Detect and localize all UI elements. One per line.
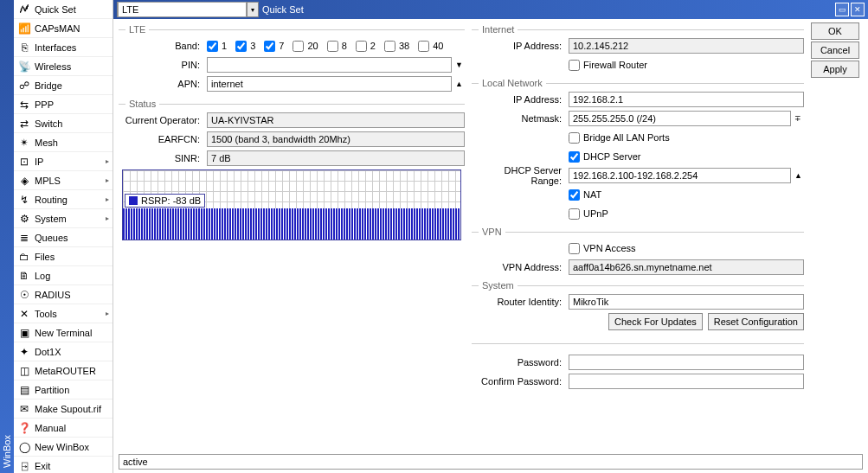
band-checkbox-40[interactable]: 40 (418, 41, 443, 52)
band-checkbox-1[interactable]: 1 (207, 41, 227, 52)
sidebar-item-tools[interactable]: ✕Tools▸ (14, 304, 113, 323)
pin-input[interactable] (207, 57, 452, 73)
range-label: DHCP Server Range: (472, 165, 567, 186)
vpn-access-checkbox[interactable]: VPN Access (569, 243, 636, 254)
sidebar-item-radius[interactable]: ☉RADIUS (14, 285, 113, 304)
nat-checkbox[interactable]: NAT (569, 189, 601, 201)
submenu-arrow-icon: ▸ (106, 310, 109, 317)
netmask-dropdown-icon[interactable]: ∓ (793, 114, 804, 123)
password-label: Password: (472, 357, 567, 368)
netmask-label: Netmask: (472, 113, 567, 124)
lan-ip-input[interactable] (569, 92, 804, 107)
band-checkbox-7[interactable]: 7 (264, 41, 284, 52)
band-checkbox-20[interactable]: 20 (293, 41, 318, 52)
sidebar-item-metarouter[interactable]: ◫MetaROUTER (14, 361, 113, 380)
menu-icon: ✉ (17, 402, 31, 416)
mode-dropdown-button[interactable]: ▾ (247, 3, 258, 16)
identity-input[interactable] (569, 294, 804, 310)
menu-icon: 📡 (17, 60, 31, 74)
check-updates-button[interactable]: Check For Updates (608, 313, 703, 330)
operator-label: Current Operator: (119, 115, 205, 125)
menu-icon: ▣ (17, 326, 31, 340)
firewall-checkbox[interactable]: Firewall Router (569, 60, 647, 71)
band-checkbox-38[interactable]: 38 (384, 41, 409, 52)
upnp-checkbox[interactable]: UPnP (569, 208, 608, 220)
sidebar-item-exit[interactable]: ⍈Exit (14, 457, 113, 473)
main-panel: ▾ Quick Set ▭ ✕ LTE Band: 13720823840 (113, 0, 868, 473)
netmask-input[interactable] (569, 111, 791, 126)
menu-icon: ❓ (17, 421, 31, 435)
vpn-addr-value: aaff0a14b626.sn.mynetname.net (569, 259, 804, 275)
menu-icon: ⇄ (17, 117, 31, 131)
ok-button[interactable]: OK (811, 22, 859, 40)
menu-icon: 🗲 (17, 3, 31, 16)
band-checkbox-8[interactable]: 8 (327, 41, 347, 52)
sidebar-item-label: Interfaces (35, 42, 109, 53)
menu-icon: ◈ (17, 174, 31, 188)
apply-button[interactable]: Apply (811, 61, 859, 78)
sidebar-item-label: Log (35, 271, 109, 281)
sidebar-item-partition[interactable]: ▤Partition (14, 380, 113, 399)
status-bar: active (119, 454, 863, 470)
sidebar-item-manual[interactable]: ❓Manual (14, 419, 113, 438)
sidebar-item-mpls[interactable]: ◈MPLS▸ (14, 171, 113, 190)
vpn-addr-label: VPN Address: (472, 262, 567, 272)
sidebar-item-bridge[interactable]: ☍Bridge (14, 76, 113, 95)
identity-label: Router Identity: (472, 297, 567, 307)
sidebar-item-label: Quick Set (35, 4, 109, 15)
submenu-arrow-icon: ▸ (106, 157, 109, 165)
sidebar-item-quick-set[interactable]: 🗲Quick Set (14, 0, 113, 19)
menu-icon: ◯ (17, 440, 31, 454)
sidebar-item-queues[interactable]: ≣Queues (14, 228, 113, 247)
window-title: Quick Set (262, 4, 304, 15)
sidebar-item-files[interactable]: 🗀Files (14, 247, 113, 266)
menu-icon: ✴ (17, 136, 31, 150)
sidebar-item-label: Manual (35, 423, 109, 433)
sidebar-item-label: New Terminal (35, 328, 109, 338)
menu-icon: ✕ (17, 307, 31, 321)
sidebar-item-routing[interactable]: ↯Routing▸ (14, 190, 113, 209)
group-internet: Internet IP Address: 10.2.145.212 Firewa… (472, 22, 804, 76)
pin-expand-icon[interactable]: ▼ (453, 61, 465, 69)
sidebar-item-label: PPP (35, 99, 109, 110)
menu-icon: ☉ (17, 288, 31, 302)
sidebar: 🗲Quick Set📶CAPsMAN⎘Interfaces📡Wireless☍B… (14, 0, 113, 473)
sidebar-item-label: Mesh (35, 137, 109, 148)
band-checkbox-2[interactable]: 2 (356, 41, 376, 52)
apn-collapse-icon[interactable]: ▲ (453, 80, 465, 88)
apn-input[interactable] (207, 76, 452, 92)
submenu-arrow-icon: ▸ (106, 176, 109, 184)
group-internet-title: Internet (472, 24, 804, 35)
internet-ip-label: IP Address: (472, 41, 567, 51)
close-icon[interactable]: ✕ (851, 3, 865, 16)
sidebar-item-capsman[interactable]: 📶CAPsMAN (14, 19, 113, 38)
range-input[interactable] (569, 168, 791, 183)
sidebar-item-wireless[interactable]: 📡Wireless (14, 57, 113, 76)
sidebar-item-log[interactable]: 🗎Log (14, 266, 113, 285)
sidebar-item-new-terminal[interactable]: ▣New Terminal (14, 323, 113, 342)
reset-config-button[interactable]: Reset Configuration (708, 313, 804, 330)
confirm-password-input[interactable] (569, 374, 804, 389)
sidebar-item-mesh[interactable]: ✴Mesh (14, 133, 113, 152)
operator-value: UA-KYIVSTAR (207, 112, 465, 128)
dhcp-checkbox[interactable]: DHCP Server (569, 151, 640, 163)
sidebar-item-new-winbox[interactable]: ◯New WinBox (14, 438, 113, 457)
sidebar-item-make-supout-rif[interactable]: ✉Make Supout.rif (14, 399, 113, 419)
sidebar-item-system[interactable]: ⚙System▸ (14, 209, 113, 228)
sinr-label: SINR: (119, 153, 205, 163)
sidebar-item-switch[interactable]: ⇄Switch (14, 114, 113, 133)
range-collapse-icon[interactable]: ▲ (793, 171, 804, 180)
bridge-checkbox[interactable]: Bridge All LAN Ports (569, 132, 670, 144)
sidebar-item-dot1x[interactable]: ✦Dot1X (14, 342, 113, 361)
mode-selector[interactable]: ▾ (117, 2, 259, 17)
cancel-button[interactable]: Cancel (811, 42, 859, 59)
sidebar-item-ip[interactable]: ⊡IP▸ (14, 152, 113, 171)
sidebar-item-interfaces[interactable]: ⎘Interfaces (14, 38, 113, 57)
band-checkbox-3[interactable]: 3 (235, 41, 255, 52)
mode-value[interactable] (118, 2, 247, 17)
menu-icon: 🗀 (17, 250, 31, 264)
minimize-icon[interactable]: ▭ (835, 3, 849, 16)
password-input[interactable] (569, 355, 804, 370)
group-lan-title: Local Network (472, 78, 804, 88)
sidebar-item-ppp[interactable]: ⇆PPP (14, 95, 113, 114)
